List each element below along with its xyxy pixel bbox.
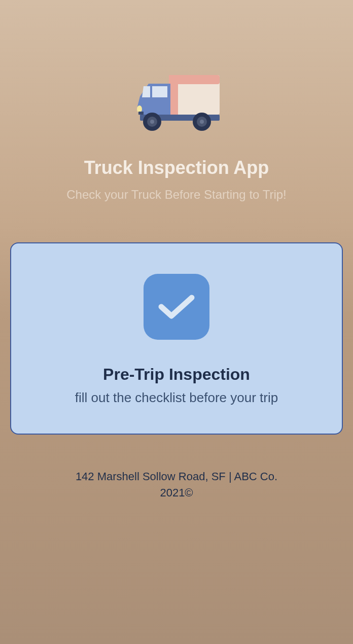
- card-subtitle: fill out the checklist before your trip: [75, 390, 278, 406]
- svg-rect-11: [138, 112, 144, 115]
- truck-icon: [131, 71, 222, 137]
- svg-point-9: [200, 120, 204, 124]
- card-section: Pre-Trip Inspection fill out the checkli…: [0, 232, 353, 445]
- card-title: Pre-Trip Inspection: [103, 365, 250, 384]
- footer-section: 142 Marshell Sollow Road, SF | ABC Co. 2…: [0, 468, 353, 499]
- footer-copyright: 2021©: [160, 486, 193, 499]
- svg-point-6: [150, 120, 154, 124]
- header-section: Truck Inspection App Check your Truck Be…: [0, 0, 353, 232]
- pre-trip-inspection-card[interactable]: Pre-Trip Inspection fill out the checkli…: [10, 242, 343, 435]
- app-title: Truck Inspection App: [84, 157, 269, 178]
- app-subtitle: Check your Truck Before Starting to Trip…: [66, 188, 287, 202]
- footer-address: 142 Marshell Sollow Road, SF | ABC Co.: [76, 468, 277, 485]
- checkmark-icon: [144, 274, 209, 340]
- svg-point-10: [137, 105, 142, 113]
